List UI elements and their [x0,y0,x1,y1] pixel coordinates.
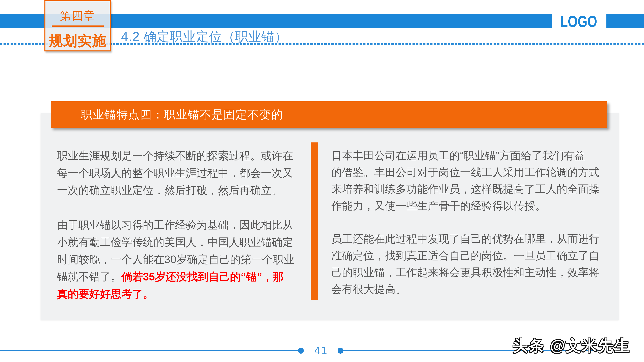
text-line-highlight: 真的要好好思考了。 [57,285,314,303]
text-line: 的借鉴。丰田公司对于岗位一线工人采用工作轮调的方式 [331,164,604,181]
header-bar-right-segment [606,14,644,28]
text-line: 己的职业锚，工作起来将会更具积极性和主动性，效率将 [331,264,604,281]
footer-dot-icon [338,348,343,354]
text-line: 小就有勤工俭学传统的美国人，中国人职业锚确定 [57,234,314,251]
text-line: 准确定位，找到真正适合自己的岗位。一旦员工确立了自 [331,247,604,264]
text-line: 员工还能在此过程中发现了自己的优势在哪里，从而进行 [331,230,604,247]
text-line: 职业生涯规划是一个持续不断的探索过程。或许在 [57,147,314,164]
text-line: 一次的确立职业定位，然后打破，然后再确立。 [57,182,314,199]
logo: LOGO [560,13,597,30]
slide: LOGO 第四章 规划实施 4.2 确定职业定位（职业锚） 职业锚特点四：职业锚… [0,0,644,362]
feature-banner-title: 职业锚特点四：职业锚不是固定不变的 [51,101,607,128]
text-line: 由于职业锚以习得的工作经验为基础，因此相比从 [57,216,314,234]
chapter-name: 规划实施 [46,33,110,48]
text-line: 来培养和训练多功能作业员，这样既提高了工人的全面操 [331,181,604,197]
footer-line-left [0,350,298,351]
page-number: 41 [310,345,332,357]
right-column: 日本丰田公司在运用员工的“职业锚”方面给了我们有益 的借鉴。丰田公司对于岗位一线… [331,147,604,298]
chapter-tab: 第四章 规划实施 [44,0,111,51]
left-paragraph-2: 由于职业锚以习得的工作经验为基础，因此相比从 小就有勤工俭学传统的美国人，中国人… [57,216,314,303]
text-highlight-part: 倘若35岁还没找到自己的“锚”，那 [122,271,284,283]
left-paragraph-1: 职业生涯规划是一个持续不断的探索过程。或许在 每一个职场人的整个职业生涯过程中，… [57,147,314,199]
feature-banner: 职业锚特点四：职业锚不是固定不变的 [51,101,607,128]
text-normal-part: 锚就不错了。 [57,271,122,283]
text-line-mixed: 锚就不错了。倘若35岁还没找到自己的“锚”，那 [57,268,314,285]
watermark: 头条 @文米先生 [513,336,630,356]
text-line: 会有很大提高。 [331,281,604,298]
footer-dot-icon [298,348,304,354]
text-line: 每一个职场人的整个职业生涯过程中，都会一次又 [57,164,314,182]
text-line: 日本丰田公司在运用员工的“职业锚”方面给了我们有益 [331,147,604,164]
text-line: 时间较晚，一个人能在30岁确定自己的第一个职业 [57,251,314,268]
chapter-number: 第四章 [46,10,110,22]
chapter-divider-line [52,25,104,27]
right-paragraph-1: 日本丰田公司在运用员工的“职业锚”方面给了我们有益 的借鉴。丰田公司对于岗位一线… [331,147,604,214]
section-title: 4.2 确定职业定位（职业锚） [121,28,288,45]
left-column: 职业生涯规划是一个持续不断的探索过程。或许在 每一个职场人的整个职业生涯过程中，… [57,147,314,303]
text-line: 作能力，又使一些生产骨干的经验得以传授。 [331,197,604,214]
right-paragraph-2: 员工还能在此过程中发现了自己的优势在哪里，从而进行 准确定位，找到真正适合自己的… [331,230,604,298]
